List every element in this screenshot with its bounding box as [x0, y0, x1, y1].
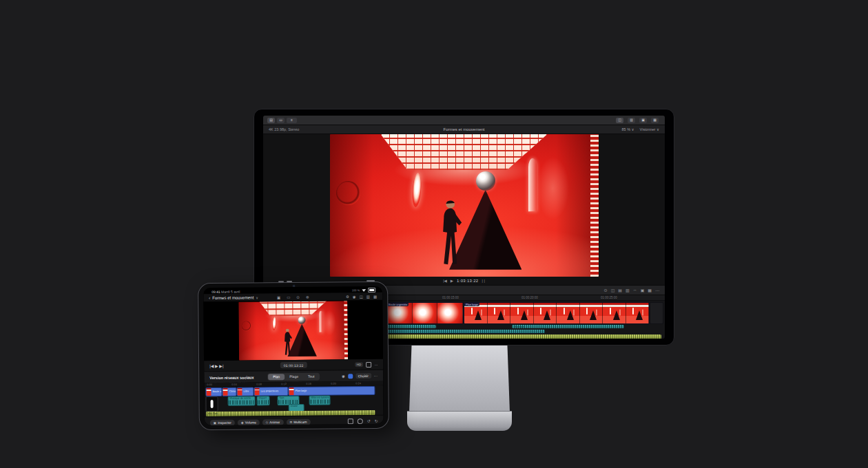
redo-icon[interactable]: ↻: [375, 418, 378, 424]
wall-blade-light: [272, 317, 276, 332]
audio-clip[interactable]: Musique de scène: [228, 396, 256, 405]
duplicate-icon[interactable]: [358, 418, 363, 424]
undo-icon[interactable]: ↺: [367, 418, 371, 424]
ipad-timeline: Boule arg. Climax Libre Les projecteurs …: [204, 385, 383, 416]
back-chevron-icon[interactable]: ‹: [209, 296, 210, 300]
film-frame: [626, 303, 650, 323]
film-frame: [603, 303, 626, 323]
volume-up-button[interactable]: [278, 281, 284, 282]
effects-browser-button[interactable]: ▣: [639, 118, 647, 123]
connect-icon[interactable]: ⊙: [604, 288, 608, 292]
display-stand-foot: [407, 411, 512, 431]
dancer-silhouette: [437, 200, 462, 269]
quality-badge[interactable]: HD: [355, 362, 364, 367]
delete-icon[interactable]: [348, 418, 353, 424]
status-right: 100 %: [352, 288, 375, 292]
video-clip-closeup[interactable]: Boule argentée: [386, 302, 464, 324]
ruler-label: 01:00:25:00: [601, 296, 617, 299]
film-frame: [488, 303, 511, 323]
jog-wheel-icon[interactable]: ◉: [353, 295, 356, 299]
volume-icon: ◉: [241, 421, 244, 424]
video-clip[interactable]: Les projecteurs: [254, 387, 288, 396]
more-icon[interactable]: ⋯: [374, 374, 378, 378]
chevron-down-icon[interactable]: ∨: [256, 295, 258, 299]
timeline-view-button[interactable]: ◫: [616, 118, 623, 123]
viewer-info-bar: 4K 23.98p, Stéréo Formes et mouvement 85…: [263, 125, 665, 134]
ruler-label: 0:00: [207, 383, 211, 386]
animate-icon: ◇: [266, 421, 269, 424]
overwrite-icon[interactable]: ▥: [626, 288, 630, 292]
browser-view-button[interactable]: ▥: [628, 118, 635, 123]
video-frame-red-room: [238, 301, 348, 360]
settings-icon[interactable]: ⋯: [655, 288, 659, 292]
trim-icon[interactable]: ↔: [633, 288, 637, 292]
battery-icon: [368, 288, 375, 292]
gear-icon[interactable]: ⚙: [346, 295, 349, 299]
keyframe-editor-button[interactable]: ≡: [287, 118, 297, 123]
play-icon[interactable]: ▶: [451, 279, 453, 283]
video-clip[interactable]: Libre: [236, 387, 254, 396]
clip-color-chip[interactable]: [348, 374, 353, 379]
skip-fwd-icon[interactable]: ▶|: [219, 363, 223, 368]
insert-icon[interactable]: ◫: [611, 288, 615, 292]
project-title[interactable]: Formes et mouvement: [212, 295, 254, 300]
ipad-screen: 09:41 Mardi 5 avril 100 % ‹ Formes et mo…: [203, 286, 384, 425]
skip-back-icon[interactable]: |◀: [209, 363, 214, 368]
video-clip[interactable]: Boule arg.: [205, 387, 222, 396]
film-frame: [413, 303, 438, 323]
chrome-sphere: [298, 316, 306, 324]
video-clip-wide[interactable]: Plan large: [464, 302, 650, 324]
skip-back-icon[interactable]: |◀: [443, 279, 447, 283]
segment-tout[interactable]: Tout: [303, 373, 320, 379]
ipad: 09:41 Mardi 5 avril 100 % ‹ Formes et mo…: [198, 281, 389, 430]
volume-down-button[interactable]: [287, 281, 292, 282]
audio-clip[interactable]: Impact: [257, 396, 270, 405]
share-icon[interactable]: ▦: [373, 294, 377, 298]
status-time: 09:41: [211, 289, 220, 293]
range-icon[interactable]: | |: [482, 279, 484, 283]
bottom-right-icons: ↺ ↻: [348, 418, 378, 424]
app-toolbar: ‹ Formes et mouvement ∨ ▣ ▭ ⊙ ⊗ ⚙ ◉ ◫ ▥ …: [203, 292, 382, 301]
import-button[interactable]: ▭: [277, 118, 285, 123]
audio-clip[interactable]: Mise en lumière: [309, 396, 331, 405]
animate-button[interactable]: ◇Animer: [262, 419, 284, 425]
viewer-options-icon[interactable]: ◫: [360, 295, 363, 299]
effects-icon[interactable]: ▣: [641, 288, 645, 292]
media-icon[interactable]: ▭: [287, 295, 290, 299]
battery-percent: 100 %: [352, 288, 360, 292]
power-button[interactable]: [366, 280, 375, 281]
more-icon[interactable]: ⋯: [374, 362, 378, 366]
segment-plage[interactable]: Plage: [285, 373, 303, 379]
mic-icon[interactable]: ⊙: [296, 295, 300, 299]
transitions-icon[interactable]: ▦: [648, 288, 652, 292]
segment-plan[interactable]: Plan: [268, 374, 285, 380]
audio-clip[interactable]: Musique: [512, 325, 624, 328]
camera-icon[interactable]: ▣: [277, 295, 280, 299]
transitions-browser-button[interactable]: ▦: [651, 118, 659, 123]
title-clip[interactable]: [206, 396, 218, 412]
eye-icon[interactable]: ◉: [342, 374, 345, 378]
video-clip[interactable]: Plan large: [288, 386, 375, 396]
wall-glow: [322, 310, 335, 337]
ruler-label: 0:12: [281, 383, 286, 385]
timecode-display: 1:03:13:22: [457, 279, 478, 283]
video-clip[interactable]: Climax: [222, 387, 236, 396]
project-right: ◉ Choisir ⋯: [342, 373, 378, 379]
fullscreen-icon[interactable]: [366, 362, 371, 368]
choose-button[interactable]: Choisir: [355, 373, 371, 379]
audio-clip-label: Musique: [512, 325, 624, 328]
play-icon[interactable]: ▶: [215, 363, 218, 368]
video-frame-red-room: [330, 134, 599, 277]
marketing-scene: ▤ ▭ ≡ ◫ ▥ ▣ ▦ 4K 23.98p, Stéréo Formes e…: [0, 0, 868, 468]
clip-name-label: Plan large: [464, 303, 479, 306]
volume-button[interactable]: ◉Volume: [238, 419, 260, 425]
sidebar-toggle-button[interactable]: ▤: [267, 118, 275, 123]
inspect-button[interactable]: ▣Inspecter: [210, 419, 235, 425]
video-clip-stub[interactable]: [650, 302, 663, 324]
multicam-button[interactable]: ⊞Multicam: [286, 418, 310, 425]
record-icon[interactable]: ⊗: [306, 295, 309, 299]
display-icon[interactable]: ▥: [366, 295, 370, 299]
append-icon[interactable]: ▤: [618, 288, 622, 292]
clip-name-label: Boule argentée: [387, 303, 409, 306]
fcp-toolbar-right: ◫ ▥ ▣ ▦: [616, 118, 661, 123]
